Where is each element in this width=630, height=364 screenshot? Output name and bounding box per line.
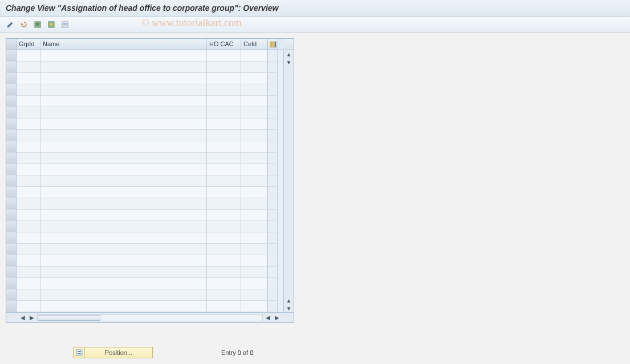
cell-grpid[interactable] xyxy=(17,232,40,244)
cell-ceid[interactable] xyxy=(241,73,267,84)
cell-grpid[interactable] xyxy=(17,107,40,118)
cell-grpid[interactable] xyxy=(17,73,40,84)
cell-name[interactable] xyxy=(40,107,207,118)
cell-hocac[interactable] xyxy=(207,84,241,96)
cell-grpid[interactable] xyxy=(17,62,40,73)
cell-hocac[interactable] xyxy=(207,164,241,175)
cell-hocac[interactable] xyxy=(207,210,241,221)
cell-grpid[interactable] xyxy=(17,198,40,210)
select-all-icon[interactable] xyxy=(32,19,43,30)
cell-grpid[interactable] xyxy=(17,267,40,278)
cell-hocac[interactable] xyxy=(207,153,241,164)
select-all-rows[interactable] xyxy=(6,39,17,50)
cell-grpid[interactable] xyxy=(17,210,40,221)
scroll-right-end-icon[interactable]: ▶ xyxy=(273,314,281,322)
scroll-up-small-icon[interactable]: ▲ xyxy=(285,296,293,304)
cell-ceid[interactable] xyxy=(241,198,267,210)
row-selector[interactable] xyxy=(6,232,17,244)
cell-name[interactable] xyxy=(40,210,207,221)
cell-grpid[interactable] xyxy=(17,278,40,289)
cell-ceid[interactable] xyxy=(241,141,267,153)
cell-name[interactable] xyxy=(40,278,207,289)
scroll-left-icon[interactable]: ▶ xyxy=(28,314,36,322)
scroll-right-icon[interactable]: ◀ xyxy=(264,314,272,322)
cell-hocac[interactable] xyxy=(207,232,241,244)
cell-hocac[interactable] xyxy=(207,62,241,73)
cell-hocac[interactable] xyxy=(207,278,241,289)
cell-hocac[interactable] xyxy=(207,198,241,210)
cell-name[interactable] xyxy=(40,255,207,267)
cell-hocac[interactable] xyxy=(207,267,241,278)
table-row[interactable] xyxy=(6,153,283,164)
row-selector[interactable] xyxy=(6,164,17,175)
cell-grpid[interactable] xyxy=(17,289,40,301)
cell-grpid[interactable] xyxy=(17,175,40,187)
scroll-left-start-icon[interactable]: ◀ xyxy=(19,314,27,322)
row-selector[interactable] xyxy=(6,141,17,153)
row-selector[interactable] xyxy=(6,289,17,301)
row-selector[interactable] xyxy=(6,175,17,187)
row-selector[interactable] xyxy=(6,221,17,232)
cell-grpid[interactable] xyxy=(17,187,40,198)
cell-name[interactable] xyxy=(40,62,207,73)
cell-name[interactable] xyxy=(40,50,207,62)
cell-grpid[interactable] xyxy=(17,84,40,96)
cell-hocac[interactable] xyxy=(207,96,241,107)
row-selector[interactable] xyxy=(6,278,17,289)
column-header-hocac[interactable]: HO CAC xyxy=(207,39,241,50)
table-row[interactable] xyxy=(6,289,283,301)
cell-grpid[interactable] xyxy=(17,118,40,130)
row-selector[interactable] xyxy=(6,62,17,73)
column-header-grpid[interactable]: GrpId xyxy=(17,39,40,50)
cell-grpid[interactable] xyxy=(17,141,40,153)
cell-ceid[interactable] xyxy=(241,187,267,198)
cell-hocac[interactable] xyxy=(207,221,241,232)
cell-grpid[interactable] xyxy=(17,96,40,107)
edit-icon[interactable] xyxy=(5,19,16,30)
cell-ceid[interactable] xyxy=(241,278,267,289)
table-row[interactable] xyxy=(6,175,283,187)
row-selector[interactable] xyxy=(6,267,17,278)
cell-name[interactable] xyxy=(40,232,207,244)
scroll-up-icon[interactable]: ▲ xyxy=(285,50,293,58)
cell-hocac[interactable] xyxy=(207,175,241,187)
scroll-down-small-icon[interactable]: ▼ xyxy=(285,58,293,66)
cell-ceid[interactable] xyxy=(241,221,267,232)
cell-ceid[interactable] xyxy=(241,118,267,130)
cell-ceid[interactable] xyxy=(241,130,267,141)
row-selector[interactable] xyxy=(6,255,17,267)
cell-ceid[interactable] xyxy=(241,232,267,244)
horizontal-scrollbar[interactable]: ◀ ▶ ◀ ▶ xyxy=(6,312,294,322)
cell-ceid[interactable] xyxy=(241,50,267,62)
cell-ceid[interactable] xyxy=(241,301,267,312)
cell-hocac[interactable] xyxy=(207,301,241,312)
table-row[interactable] xyxy=(6,198,283,210)
cell-ceid[interactable] xyxy=(241,107,267,118)
table-row[interactable] xyxy=(6,301,283,312)
row-selector[interactable] xyxy=(6,50,17,62)
table-row[interactable] xyxy=(6,118,283,130)
table-row[interactable] xyxy=(6,232,283,244)
row-selector[interactable] xyxy=(6,73,17,84)
table-row[interactable] xyxy=(6,221,283,232)
cell-name[interactable] xyxy=(40,96,207,107)
cell-ceid[interactable] xyxy=(241,210,267,221)
row-selector[interactable] xyxy=(6,96,17,107)
table-row[interactable] xyxy=(6,210,283,221)
table-row[interactable] xyxy=(6,96,283,107)
table-row[interactable] xyxy=(6,130,283,141)
cell-name[interactable] xyxy=(40,130,207,141)
cell-grpid[interactable] xyxy=(17,244,40,255)
deselect-icon[interactable] xyxy=(59,19,71,30)
hscroll-thumb[interactable] xyxy=(38,315,100,321)
cell-ceid[interactable] xyxy=(241,62,267,73)
cell-hocac[interactable] xyxy=(207,289,241,301)
table-row[interactable] xyxy=(6,141,283,153)
cell-name[interactable] xyxy=(40,187,207,198)
position-button[interactable]: Position... xyxy=(73,347,153,358)
cell-ceid[interactable] xyxy=(241,289,267,301)
cell-hocac[interactable] xyxy=(207,107,241,118)
cell-ceid[interactable] xyxy=(241,267,267,278)
scroll-down-icon[interactable]: ▼ xyxy=(285,304,293,312)
undo-icon[interactable] xyxy=(18,19,30,30)
